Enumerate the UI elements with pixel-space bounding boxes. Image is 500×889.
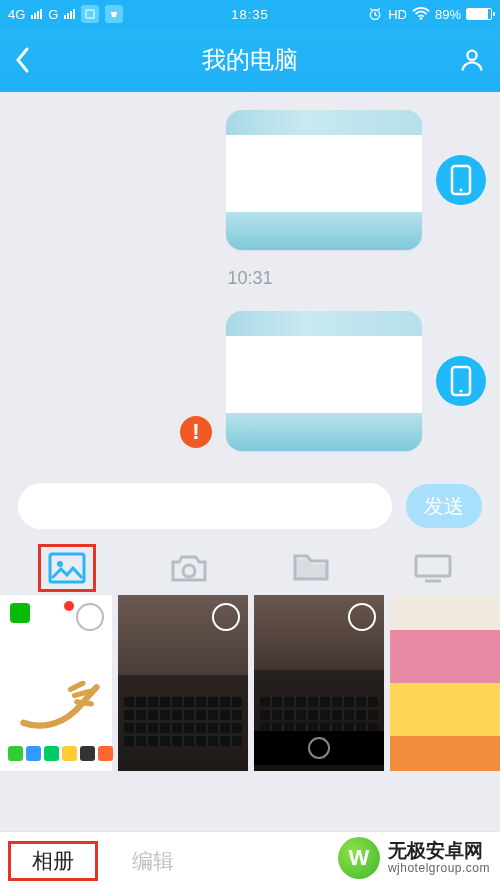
camera-tab[interactable] — [162, 546, 216, 590]
device-avatar[interactable] — [436, 356, 486, 406]
hd-label: HD — [388, 7, 407, 22]
gallery-thumbnail[interactable] — [0, 595, 112, 771]
svg-point-6 — [460, 390, 463, 393]
signal-bars-icon — [31, 9, 42, 19]
phone-icon — [450, 164, 472, 196]
chat-area: 10:31 ! — [0, 92, 500, 473]
page-title: 我的电脑 — [44, 44, 456, 76]
monitor-tab[interactable] — [406, 546, 460, 590]
send-error-icon[interactable]: ! — [180, 416, 212, 448]
battery-pct: 89% — [435, 7, 461, 22]
folder-tab[interactable] — [284, 546, 338, 590]
gallery-thumbnail[interactable] — [390, 595, 500, 771]
signal-bars-icon — [64, 9, 75, 19]
svg-point-4 — [460, 189, 463, 192]
watermark-url: wjhotelgroup.com — [388, 862, 490, 875]
svg-point-9 — [183, 565, 195, 577]
notification-app-icon — [81, 5, 99, 23]
device-avatar[interactable] — [436, 155, 486, 205]
status-bar: 4G G 18:35 HD 89% — [0, 0, 500, 28]
edit-button[interactable]: 编辑 — [120, 841, 186, 881]
watermark: 无极安卓网 wjhotelgroup.com — [338, 837, 490, 879]
gallery-thumbnail[interactable] — [118, 595, 248, 771]
image-message[interactable] — [226, 311, 422, 451]
highlight-frame — [38, 544, 96, 592]
image-message[interactable] — [226, 110, 422, 250]
send-button[interactable]: 发送 — [406, 484, 482, 528]
phone-icon — [450, 365, 472, 397]
alarm-icon — [367, 6, 383, 22]
album-button[interactable]: 相册 — [20, 843, 86, 878]
photo-gallery-strip[interactable] — [0, 595, 500, 771]
message-row — [14, 110, 486, 250]
select-circle[interactable] — [348, 603, 376, 631]
timestamp: 10:31 — [14, 268, 486, 289]
notification-store-icon — [105, 5, 123, 23]
status-right: HD 89% — [275, 6, 492, 22]
watermark-logo-icon — [338, 837, 380, 879]
battery-icon — [466, 8, 492, 20]
hand-sticker-icon — [18, 681, 102, 729]
back-button[interactable] — [14, 46, 44, 74]
select-circle[interactable] — [212, 603, 240, 631]
nav-header: 我的电脑 — [0, 28, 500, 92]
gallery-tab[interactable] — [40, 546, 94, 590]
svg-point-2 — [467, 51, 476, 60]
svg-point-1 — [420, 17, 423, 20]
camera-icon — [169, 552, 209, 584]
attachment-tabs — [0, 541, 500, 595]
monitor-icon — [413, 553, 453, 583]
network-4g-label: 4G — [8, 7, 25, 22]
composer: 发送 — [0, 473, 500, 541]
network-g-label: G — [48, 7, 58, 22]
message-input[interactable] — [18, 483, 392, 529]
highlight-frame: 相册 — [8, 841, 98, 881]
gallery-thumbnail[interactable] — [254, 595, 384, 771]
wifi-icon — [412, 7, 430, 21]
status-time: 18:35 — [231, 7, 269, 22]
svg-rect-10 — [416, 556, 450, 576]
select-circle[interactable] — [76, 603, 104, 631]
message-row: ! — [14, 311, 486, 451]
profile-button[interactable] — [456, 46, 486, 74]
folder-icon — [292, 553, 330, 583]
status-left: 4G G — [8, 5, 225, 23]
watermark-title: 无极安卓网 — [388, 841, 490, 862]
